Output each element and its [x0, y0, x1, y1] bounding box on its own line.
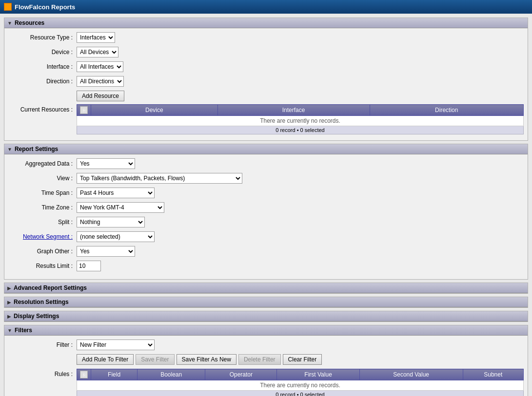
filter-row: Filter : New Filter [4, 339, 528, 350]
clear-filter-button[interactable]: Clear Filter [283, 354, 322, 365]
current-resources-label: Current Resources : [8, 104, 77, 113]
view-label: View : [8, 175, 77, 182]
graph-other-label: Graph Other : [8, 248, 77, 255]
save-filter-as-button[interactable]: Save Filter As New [177, 354, 236, 365]
delete-filter-button: Delete Filter [238, 354, 281, 365]
app-icon [4, 3, 12, 11]
resources-table-footer: 0 record • 0 selected [77, 126, 524, 134]
rules-table-footer: 0 record • 0 selected [77, 391, 524, 396]
report-settings-body: Aggregated Data : Yes No View : Top Talk… [4, 154, 528, 279]
rules-label: Rules : [8, 369, 77, 377]
filters-expand-icon: ▼ [7, 328, 12, 333]
resolution-settings-section: ▶ Resolution Settings [4, 297, 528, 308]
resources-section: ▼ Resources Resource Type : Interfaces D… [4, 18, 528, 141]
rules-table: ⎘ Field Boolean Operator First Value Sec… [77, 369, 524, 391]
add-rule-button[interactable]: Add Rule To Filter [77, 354, 134, 365]
filters-section: ▼ Filters Filter : New Filter Add Rule T… [4, 325, 528, 396]
resolution-settings-header[interactable]: ▶ Resolution Settings [4, 297, 528, 307]
add-resource-row: Add Resource [4, 91, 528, 104]
interface-label: Interface : [8, 63, 77, 70]
split-label: Split : [8, 219, 77, 226]
network-segment-row: Network Segment : (none selected) [4, 231, 528, 242]
rules-table-wrap: ⎘ Field Boolean Operator First Value Sec… [77, 369, 524, 396]
rules-table-operator-header: Operator [205, 369, 277, 380]
graph-other-select[interactable]: Yes No [77, 246, 135, 257]
resources-table-icon-col: ⎘ [77, 105, 91, 116]
view-row: View : Top Talkers (Bandwidth, Packets, … [4, 173, 528, 184]
report-settings-header[interactable]: ▼ Report Settings [4, 144, 528, 154]
split-row: Split : Nothing By Device By Interface [4, 217, 528, 227]
resolution-expand-icon: ▶ [7, 300, 11, 305]
aggregated-data-row: Aggregated Data : Yes No [4, 158, 528, 169]
time-zone-row: Time Zone : New York GMT-4 [4, 202, 528, 213]
resources-table-direction-header: Direction [370, 105, 523, 116]
rules-table-icon-col: ⎘ [77, 369, 91, 380]
time-span-label: Time Span : [8, 189, 77, 196]
results-limit-row: Results Limit : [4, 261, 528, 271]
save-filter-button: Save Filter [136, 354, 174, 365]
add-resource-button[interactable]: Add Resource [77, 91, 124, 101]
resources-empty-msg: There are currently no records. [77, 116, 524, 126]
display-settings-label: Display Settings [14, 313, 59, 320]
filters-section-header[interactable]: ▼ Filters [4, 325, 528, 336]
interface-select[interactable]: All Interfaces [77, 61, 123, 72]
time-zone-select[interactable]: New York GMT-4 [77, 202, 164, 213]
direction-select[interactable]: All Directions [77, 76, 124, 87]
advanced-report-settings-header[interactable]: ▶ Advanced Report Settings [4, 283, 528, 293]
resources-table-device-header: Device [91, 105, 218, 116]
display-expand-icon: ▶ [7, 314, 11, 319]
resources-table-wrap: ⎘ Device Interface Direction There are c… [77, 104, 524, 134]
device-row: Device : All Devices [4, 47, 528, 57]
app-title: FlowFalcon Reports [15, 3, 75, 11]
rules-table-boolean-header: Boolean [138, 369, 205, 380]
report-settings-label: Report Settings [15, 146, 58, 152]
advanced-report-settings-label: Advanced Report Settings [14, 284, 87, 291]
split-select[interactable]: Nothing By Device By Interface [77, 217, 145, 227]
device-select[interactable]: All Devices [77, 47, 118, 57]
resource-type-row: Resource Type : Interfaces Devices [4, 32, 528, 43]
main-content: ▼ Resources Resource Type : Interfaces D… [0, 14, 532, 396]
report-settings-expand-icon: ▼ [7, 147, 12, 152]
network-segment-label: Network Segment : [8, 233, 77, 240]
resources-table-interface-header: Interface [217, 105, 370, 116]
advanced-expand-icon: ▶ [7, 285, 11, 291]
resource-type-label: Resource Type : [8, 34, 77, 41]
current-resources-row: Current Resources : ⎘ Device Interface D… [4, 104, 528, 134]
filters-section-body: Filter : New Filter Add Rule To Filter S… [4, 336, 528, 396]
rules-empty-msg: There are currently no records. [77, 380, 524, 391]
time-span-select[interactable]: Past 4 Hours Past Hour Past Day [77, 188, 155, 198]
resources-section-body: Resource Type : Interfaces Devices Devic… [4, 28, 528, 140]
display-settings-header[interactable]: ▶ Display Settings [4, 311, 528, 321]
view-select[interactable]: Top Talkers (Bandwidth, Packets, Flows) [77, 173, 242, 184]
interface-row: Interface : All Interfaces [4, 61, 528, 72]
direction-row: Direction : All Directions [4, 76, 528, 87]
time-zone-label: Time Zone : [8, 204, 77, 211]
filters-section-label: Filters [15, 327, 32, 334]
rules-table-field-header: Field [91, 369, 138, 380]
filter-select[interactable]: New Filter [77, 339, 155, 350]
report-settings-section: ▼ Report Settings Aggregated Data : Yes … [4, 144, 528, 280]
results-limit-label: Results Limit : [8, 263, 77, 269]
filter-label: Filter : [8, 341, 77, 348]
aggregated-data-select[interactable]: Yes No [77, 158, 135, 169]
rules-row: Rules : ⎘ Field Boolean Operator Fir [4, 369, 528, 396]
table-row: There are currently no records. [77, 380, 524, 391]
title-bar: FlowFalcon Reports [0, 0, 532, 14]
network-segment-link[interactable]: Network Segment : [23, 233, 73, 240]
display-settings-section: ▶ Display Settings [4, 311, 528, 322]
resource-type-select[interactable]: Interfaces Devices [77, 32, 115, 43]
graph-other-row: Graph Other : Yes No [4, 246, 528, 257]
device-label: Device : [8, 49, 77, 56]
rules-table-first-value-header: First Value [277, 369, 359, 380]
network-segment-select[interactable]: (none selected) [77, 231, 155, 242]
rules-copy-icon: ⎘ [80, 371, 88, 378]
aggregated-data-label: Aggregated Data : [8, 160, 77, 167]
rules-table-subnet-header: Subnet [463, 369, 524, 380]
resources-table: ⎘ Device Interface Direction There are c… [77, 104, 524, 126]
rules-table-second-value-header: Second Value [359, 369, 463, 380]
advanced-report-settings-section: ▶ Advanced Report Settings [4, 283, 528, 294]
table-row: There are currently no records. [77, 116, 524, 126]
resources-section-header[interactable]: ▼ Resources [4, 18, 528, 28]
results-limit-input[interactable] [77, 261, 101, 271]
resources-section-label: Resources [15, 19, 44, 26]
